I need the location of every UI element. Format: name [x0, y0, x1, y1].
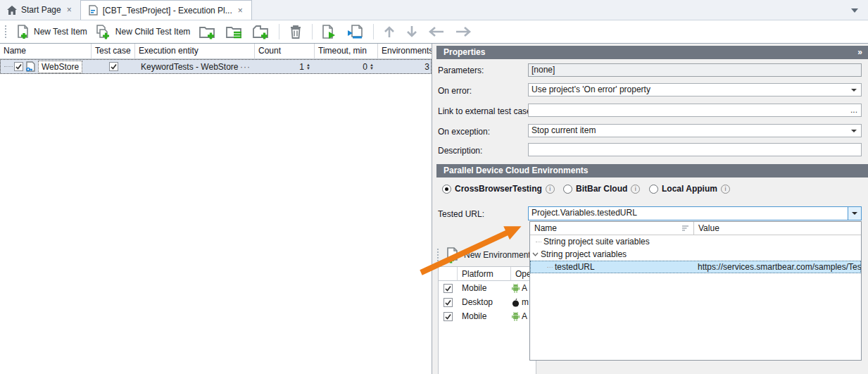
column-header-checkbox[interactable]	[439, 267, 458, 281]
home-icon	[7, 6, 17, 15]
tab-label: [CBT_TestProject] - Execution Pl...	[103, 6, 232, 15]
execution-plan-grid: Name Test case Execution entity Count Ti…	[0, 44, 432, 374]
radio-icon[interactable]	[563, 185, 572, 194]
new-test-item-button[interactable]: New Test Item	[13, 23, 89, 41]
new-environment-icon	[445, 247, 460, 263]
tested-url-value: Project.Variables.testedURL	[532, 208, 637, 218]
variable-name: testedURL	[555, 262, 693, 272]
new-child-test-item-button[interactable]: New Child Test Item	[94, 23, 192, 41]
chevron-down-icon	[851, 89, 857, 92]
column-header-name[interactable]: Name	[0, 44, 92, 59]
trash-icon	[288, 24, 303, 39]
new-child-test-item-label: New Child Test Item	[115, 27, 190, 37]
app-window: Start Page × [CBT_TestProject] - Executi…	[0, 0, 868, 374]
test-item-row[interactable]: WebStore KeywordTests - WebStore ··· 1 ▲…	[0, 59, 432, 74]
column-header-execution-entity[interactable]: Execution entity	[135, 44, 255, 59]
parallel-title: Parallel Device Cloud Environments	[444, 166, 588, 175]
radio-label: Local Appium	[662, 184, 717, 194]
timeout-value[interactable]: 0	[363, 62, 367, 72]
env-checkbox[interactable]	[444, 312, 453, 321]
info-icon[interactable]: i	[721, 185, 730, 194]
info-icon[interactable]: i	[546, 185, 555, 194]
arrow-right-icon	[454, 24, 472, 39]
close-icon[interactable]: ×	[237, 6, 244, 15]
move-down-button[interactable]	[403, 23, 421, 41]
tab-execution-plan[interactable]: [CBT_TestProject] - Execution Pl... ×	[80, 0, 252, 20]
browse-ellipsis-button[interactable]: ...	[850, 105, 857, 115]
test-item-icon	[25, 61, 36, 72]
env-checkbox[interactable]	[444, 284, 453, 293]
count-spinner[interactable]: ▲▼	[306, 63, 310, 70]
environment-row[interactable]: Mobile A	[439, 281, 536, 295]
description-label: Description:	[438, 146, 482, 156]
environment-toolbar: New Environment	[435, 245, 531, 265]
properties-section-header: Properties »	[436, 46, 868, 59]
radio-bitbar-cloud[interactable]: BitBar Cloud i	[563, 184, 640, 194]
dropdown-column-name[interactable]: Name	[530, 222, 694, 235]
parallel-section-header: Parallel Device Cloud Environments	[436, 164, 868, 177]
test-item-name[interactable]: WebStore	[38, 61, 82, 73]
column-header-environments[interactable]: Environments	[378, 44, 432, 59]
convert-to-test-button[interactable]	[344, 23, 367, 41]
collapse-panel-icon[interactable]: »	[857, 47, 862, 57]
new-group-button[interactable]	[196, 23, 219, 41]
radio-label: CrossBrowserTesting	[455, 184, 542, 194]
link-external-field[interactable]: ...	[528, 104, 862, 117]
variable-row-testedurl[interactable]: testedURL https://services.smartbear.com…	[530, 261, 861, 273]
environment-row[interactable]: Mobile A	[439, 309, 536, 323]
variable-value: https://services.smartbear.com/samples/T…	[693, 262, 861, 272]
column-header-timeout[interactable]: Timeout, min	[315, 44, 378, 59]
dropdown-column-value[interactable]: Value	[694, 222, 719, 235]
on-exception-select[interactable]: Stop current item	[528, 124, 862, 137]
radio-crossbrowsertesting[interactable]: CrossBrowserTesting i	[442, 184, 555, 194]
row-enabled-checkbox[interactable]	[14, 62, 23, 71]
group-label: String project variables	[541, 249, 627, 259]
move-left-button[interactable]	[425, 23, 448, 41]
tested-url-combobox[interactable]: Project.Variables.testedURL	[528, 206, 862, 220]
parameters-field[interactable]: [none]	[528, 63, 862, 77]
environment-row[interactable]: Desktop m	[439, 295, 536, 309]
tab-bar: Start Page × [CBT_TestProject] - Executi…	[0, 0, 868, 20]
radio-icon[interactable]	[649, 185, 658, 194]
chevron-expanded-icon[interactable]	[532, 251, 539, 257]
radio-icon[interactable]	[442, 185, 451, 194]
environments-table: Platform Ope Mobile A Desktop m Mobile	[438, 266, 536, 374]
browse-entity-button[interactable]: ···	[240, 62, 251, 72]
group-list-button[interactable]	[223, 23, 246, 41]
combo-dropdown-button[interactable]	[848, 207, 861, 220]
move-right-button[interactable]	[452, 23, 474, 41]
radio-local-appium[interactable]: Local Appium i	[649, 184, 730, 194]
close-icon[interactable]: ×	[65, 5, 73, 15]
toolbar-grip[interactable]	[437, 249, 439, 261]
variable-group-row[interactable]: String project suite variables	[530, 235, 861, 248]
count-value[interactable]: 1	[299, 62, 304, 72]
os-value: m	[522, 297, 529, 307]
tab-list-chevron-icon[interactable]	[851, 8, 858, 13]
env-checkbox[interactable]	[444, 298, 453, 307]
column-header-count[interactable]: Count	[255, 44, 315, 59]
apple-icon	[511, 297, 520, 307]
delete-button[interactable]	[286, 23, 306, 41]
timeout-spinner[interactable]: ▲▼	[370, 63, 374, 70]
on-exception-value: Stop current item	[532, 125, 596, 135]
move-to-group-button[interactable]	[250, 23, 272, 41]
test-case-checkbox[interactable]	[109, 62, 118, 71]
toolbar: New Test Item New Child Test Item	[0, 20, 868, 44]
info-icon[interactable]: i	[631, 185, 640, 194]
tab-label: Start Page	[21, 5, 61, 15]
parameters-label: Parameters:	[438, 66, 484, 75]
column-header-test-case[interactable]: Test case	[92, 44, 135, 59]
environments-count: 3	[424, 62, 429, 72]
new-environment-label[interactable]: New Environment	[464, 250, 531, 260]
os-value: A	[522, 311, 527, 321]
tab-start-page[interactable]: Start Page ×	[0, 0, 80, 20]
on-error-select[interactable]: Use project's 'On error' property	[528, 83, 862, 96]
column-header-platform[interactable]: Platform	[458, 267, 511, 281]
move-up-button[interactable]	[380, 23, 398, 41]
variable-group-row[interactable]: String project variables	[530, 248, 861, 261]
platform-value: Mobile	[458, 283, 511, 293]
description-field[interactable]	[528, 143, 862, 156]
toolbar-grip[interactable]	[5, 25, 7, 38]
folder-open-add-icon	[252, 24, 270, 39]
run-test-item-button[interactable]	[319, 23, 340, 41]
